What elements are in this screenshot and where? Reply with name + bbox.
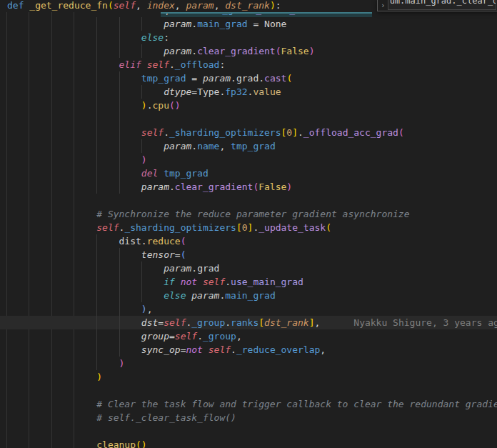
code-line[interactable]: else param.main_grad	[0, 289, 497, 302]
code-token: :	[276, 0, 281, 11]
code-token: clear_gradient	[197, 46, 276, 56]
code-token: del	[141, 168, 158, 179]
code-token: main_grad	[197, 19, 247, 29]
indentation	[7, 277, 164, 287]
code-line[interactable]: elif self._offload:	[0, 58, 497, 71]
indent-guide	[119, 343, 120, 357]
indent-guide	[119, 262, 120, 275]
code-token: :	[219, 59, 225, 70]
code-token: dist	[119, 236, 141, 247]
code-line[interactable]: )	[0, 370, 497, 384]
code-line[interactable]: dtype=Type.fp32.value	[0, 85, 497, 99]
code-line[interactable]: ),	[0, 302, 497, 316]
code-line[interactable]: )	[0, 153, 497, 166]
code-line[interactable]: param.clear_gradient(False)	[0, 44, 497, 58]
code-token: # self._clear_task_flow()	[96, 412, 236, 423]
indentation	[7, 439, 96, 448]
code-token: cpu	[153, 100, 169, 111]
find-match-highlight[interactable]: param.main_grad._clear_data(False)	[161, 12, 372, 17]
indent-guide	[119, 17, 120, 31]
indent-guide	[119, 248, 120, 262]
code-token: )	[96, 372, 102, 382]
find-input[interactable]: um.main_grad._clear_data(	[388, 0, 496, 10]
code-editor: param.main_grad._clear_data(False) param…	[0, 0, 497, 448]
code-token: use_main_grad	[231, 277, 303, 287]
code-token: .	[258, 73, 264, 84]
code-token: .	[298, 127, 303, 138]
indentation	[7, 59, 119, 70]
code-token: )	[141, 100, 147, 111]
indent-guide	[96, 289, 97, 302]
code-line[interactable]: tmp_grad = param.grad.cast(	[0, 71, 497, 85]
code-token: self	[96, 222, 119, 233]
code-token: self	[203, 277, 225, 287]
indentation	[7, 127, 141, 138]
code-token: _sharding_optimizers	[124, 222, 236, 233]
code-token: (	[108, 0, 114, 11]
code-token: # Clear the task flow and trigger callba…	[96, 399, 497, 409]
indent-guide	[119, 316, 120, 329]
indent-guide	[96, 17, 97, 31]
code-token: self	[209, 344, 231, 355]
code-line[interactable]: # Clear the task flow and trigger callba…	[0, 397, 497, 411]
code-token: .	[231, 344, 236, 355]
code-token: name	[197, 141, 219, 151]
code-line[interactable]: # Synchronize the reduce parameter gradi…	[0, 207, 497, 221]
code-line[interactable]: param.clear_gradient(False)	[0, 180, 497, 194]
code-line[interactable]: )	[0, 357, 497, 370]
code-line[interactable]: cleanup()	[0, 438, 497, 448]
code-line[interactable]: self._sharding_optimizers[0]._offload_ac…	[0, 126, 497, 139]
code-token: grad	[197, 263, 219, 274]
code-line[interactable]	[0, 424, 497, 438]
code-area[interactable]: param.main_grad = None else: param.clear…	[0, 17, 497, 448]
code-line-current[interactable]: dst=self._group.ranks[dst_rank], Nyakku …	[0, 316, 497, 329]
code-token: )	[351, 12, 356, 15]
code-line[interactable]: group=self._group,	[0, 329, 497, 343]
indentation	[7, 141, 164, 151]
code-line[interactable]: # self._clear_task_flow()	[0, 411, 497, 424]
code-line[interactable]: ).cpu()	[0, 99, 497, 112]
code-line[interactable]	[0, 384, 497, 397]
code-token: (	[326, 222, 331, 233]
chevron-right-icon[interactable]: ›	[381, 1, 386, 10]
indentation	[7, 32, 141, 43]
code-token: ,	[136, 0, 147, 11]
code-token: index	[147, 0, 175, 11]
code-token: param	[141, 181, 169, 192]
code-token: 0	[286, 127, 292, 138]
code-line[interactable]	[0, 194, 497, 207]
indentation	[7, 209, 96, 219]
code-line[interactable]: else:	[0, 31, 497, 44]
code-token: ,	[214, 0, 226, 11]
code-token: tmp_grad	[141, 73, 186, 84]
indent-guide	[119, 329, 120, 343]
code-token: False	[258, 181, 286, 192]
code-line[interactable]: param.grad	[0, 262, 497, 275]
find-popup[interactable]: › um.main_grad._clear_data(	[377, 0, 497, 11]
indent-guide	[141, 85, 142, 99]
code-token	[158, 168, 164, 179]
code-token: =	[158, 317, 164, 328]
indentation	[7, 263, 164, 274]
code-token: ,	[147, 304, 153, 314]
code-line[interactable]: dist.reduce(	[0, 234, 497, 248]
code-token: self	[114, 0, 136, 11]
code-token: param	[164, 263, 191, 274]
indent-guide	[96, 343, 97, 357]
code-line[interactable]: param.name, tmp_grad	[0, 139, 497, 153]
code-token: ,	[236, 331, 242, 342]
code-line[interactable]: sync_op=not self._reduce_overlap,	[0, 343, 497, 357]
code-token: .	[141, 236, 147, 247]
code-token: )	[141, 304, 147, 314]
code-line[interactable]: param.main_grad = None	[0, 17, 497, 31]
code-line[interactable]: tensor=(	[0, 248, 497, 262]
code-token: (	[286, 73, 292, 84]
code-line[interactable]: if not self.use_main_grad	[0, 275, 497, 289]
code-line[interactable]: del tmp_grad	[0, 166, 497, 180]
indent-guide	[96, 44, 97, 58]
indentation	[7, 86, 164, 97]
code-line[interactable]: self._sharding_optimizers[0]._update_tas…	[0, 221, 497, 234]
code-line[interactable]	[0, 112, 497, 126]
code-token: False	[323, 12, 351, 15]
code-token: not	[181, 277, 197, 287]
